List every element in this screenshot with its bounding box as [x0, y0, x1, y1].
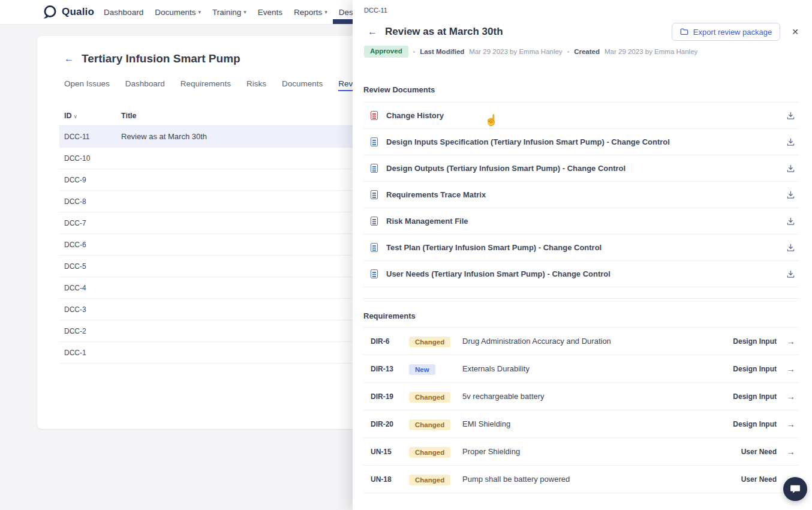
panel-back-arrow-icon[interactable]: ← — [368, 27, 377, 37]
tab[interactable]: Requirements — [181, 79, 231, 91]
requirement-row[interactable]: DIR-13 New Externals Durability Design I… — [363, 355, 799, 383]
requirement-row[interactable]: DIR-6 Changed Drug Administration Accura… — [363, 328, 799, 355]
chat-icon — [789, 483, 801, 495]
section-divider — [363, 298, 799, 299]
requirement-id: UN-18 — [371, 475, 409, 484]
nav-item[interactable]: Documents ▾ — [154, 0, 202, 24]
nav-item-label: Documents — [155, 8, 196, 17]
download-icon[interactable] — [786, 137, 795, 146]
requirement-badge-column: New — [409, 364, 462, 374]
nav-item[interactable]: Dashboard — [103, 0, 145, 24]
requirement-row[interactable]: UN-15 Changed Proper Shielding User Need… — [363, 438, 799, 466]
product-title: Tertiary Infusion Smart Pump — [82, 52, 240, 65]
document-name: Test Plan (Tertiary Infusion Smart Pump)… — [386, 243, 778, 252]
requirements-heading: Requirements — [353, 311, 812, 321]
nav-item-label: Events — [258, 8, 282, 17]
document-name: Risk Management File — [386, 217, 778, 226]
nav-item[interactable]: Reports ▾ — [293, 0, 329, 24]
panel-title: Review as at March 30th — [385, 26, 503, 38]
document-row[interactable]: Requirements Trace Matrix — [363, 182, 799, 208]
title-column-header: Title — [121, 112, 136, 120]
row-id: DCC-2 — [64, 327, 121, 335]
requirement-title: EMI Shielding — [462, 419, 733, 428]
download-icon[interactable] — [786, 111, 795, 120]
last-modified-value: Mar 29 2023 by Emma Hanley — [469, 48, 562, 55]
document-row[interactable]: Risk Management File — [363, 208, 799, 235]
requirement-id: DIR-13 — [371, 365, 409, 373]
arrow-right-icon[interactable]: → — [786, 419, 795, 429]
row-id: DCC-3 — [64, 305, 121, 314]
arrow-right-icon[interactable]: → — [786, 391, 795, 401]
caret-down-icon: ▾ — [198, 9, 201, 15]
requirement-type: User Need — [741, 448, 777, 456]
qualio-logo[interactable]: Qualio — [42, 4, 94, 20]
file-icon — [371, 243, 378, 252]
arrow-right-icon[interactable]: → — [786, 446, 795, 457]
requirement-type: Design Input — [733, 337, 777, 346]
requirement-status-badge: Changed — [409, 447, 450, 458]
download-icon[interactable] — [786, 243, 795, 252]
document-row[interactable]: User Needs (Tertiary Infusion Smart Pump… — [363, 261, 799, 287]
panel-header: ← Review as at March 30th Export review … — [353, 23, 812, 41]
document-name: User Needs (Tertiary Infusion Smart Pump… — [386, 269, 778, 278]
last-modified-label: Last Modified — [420, 48, 464, 55]
close-icon[interactable]: ✕ — [792, 27, 799, 37]
nav-item[interactable]: Events — [257, 0, 284, 24]
row-id: DCC-5 — [64, 262, 121, 271]
sort-chevron-icon: ∨ — [74, 113, 78, 119]
id-column-header[interactable]: ID∨ — [64, 112, 121, 120]
tab[interactable]: Risks — [246, 79, 266, 91]
download-icon[interactable] — [786, 190, 795, 199]
requirement-type: Design Input — [733, 365, 777, 373]
file-icon — [371, 111, 378, 120]
document-name: Design Inputs Specification (Tertiary In… — [386, 137, 778, 146]
tab[interactable]: Documents — [282, 79, 323, 91]
export-review-package-button[interactable]: Export review package — [672, 23, 781, 41]
requirement-type: User Need — [741, 475, 777, 484]
created-label: Created — [574, 48, 600, 55]
intercom-chat-button[interactable] — [783, 477, 807, 501]
back-arrow-icon[interactable]: ← — [64, 54, 74, 64]
arrow-right-icon[interactable]: → — [786, 336, 795, 346]
arrow-right-icon[interactable]: → — [786, 364, 795, 374]
row-id: DCC-10 — [64, 154, 121, 163]
requirement-badge-column: Changed — [409, 474, 462, 485]
document-row[interactable]: Design Inputs Specification (Tertiary In… — [363, 129, 799, 155]
requirement-title: Proper Shielding — [462, 447, 741, 456]
file-icon — [371, 137, 378, 146]
download-icon[interactable] — [786, 164, 795, 173]
requirement-row[interactable]: DIR-20 Changed EMI Shielding Design Inpu… — [363, 410, 799, 438]
download-icon[interactable] — [786, 269, 795, 278]
requirement-title: Externals Durability — [462, 364, 733, 373]
download-icon[interactable] — [786, 217, 795, 226]
review-documents-list: Change History Design Inputs Specificati… — [363, 102, 799, 287]
nav-item[interactable]: Training ▾ — [211, 0, 248, 24]
document-name: Design Outputs (Tertiary Infusion Smart … — [386, 164, 778, 173]
qualio-logo-icon — [42, 4, 58, 20]
document-row[interactable]: Change History — [363, 103, 799, 129]
tab[interactable]: Dashboard — [125, 79, 165, 91]
document-row[interactable]: Test Plan (Tertiary Infusion Smart Pump)… — [363, 235, 799, 261]
requirements-list: DIR-6 Changed Drug Administration Accura… — [363, 327, 799, 493]
document-row[interactable]: Design Outputs (Tertiary Infusion Smart … — [363, 155, 799, 182]
requirement-id: DIR-19 — [371, 392, 409, 401]
document-name: Change History — [386, 111, 778, 120]
row-title: Review as at March 30th — [121, 132, 207, 141]
nav-item-label: Training — [212, 8, 241, 17]
requirement-type: Design Input — [733, 392, 777, 401]
row-id: DCC-4 — [64, 284, 121, 292]
status-badge: Approved — [364, 46, 408, 58]
requirement-title: 5v rechargeable battery — [462, 392, 733, 401]
document-name: Requirements Trace Matrix — [386, 190, 778, 199]
brand-name: Qualio — [62, 6, 94, 18]
requirement-row[interactable]: DIR-19 Changed 5v rechargeable battery D… — [363, 383, 799, 410]
meta-separator: • — [413, 49, 416, 55]
requirement-status-badge: Changed — [409, 419, 450, 430]
requirement-title: Pump shall be battery powered — [462, 475, 741, 484]
created-value: Mar 29 2023 by Emma Hanley — [605, 48, 697, 55]
tab[interactable]: Open Issues — [64, 79, 110, 91]
review-documents-heading: Review Documents — [353, 85, 812, 95]
requirement-row[interactable]: UN-18 Changed Pump shall be battery powe… — [363, 466, 799, 493]
row-id: DCC-8 — [64, 197, 121, 206]
requirement-type: Design Input — [733, 420, 777, 428]
